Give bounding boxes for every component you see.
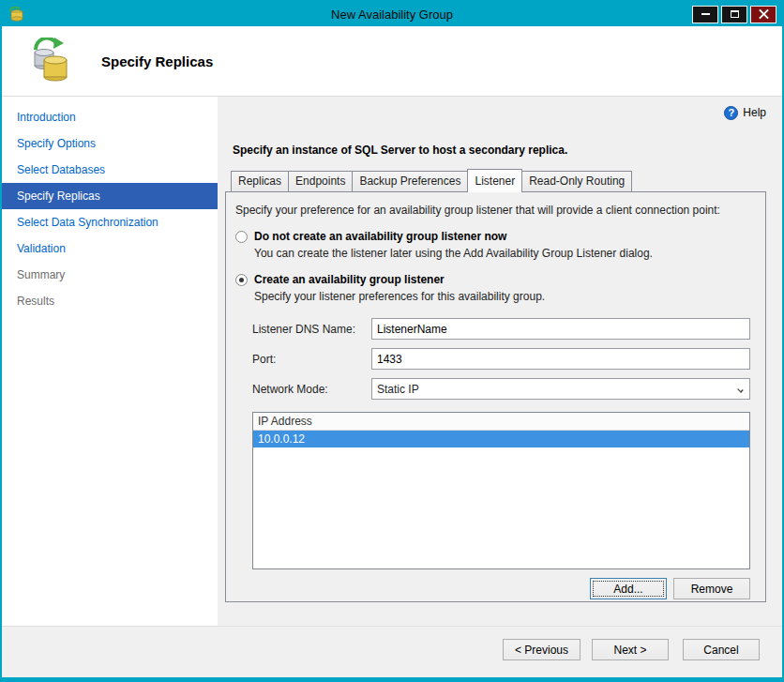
- titlebar[interactable]: New Availability Group: [2, 2, 782, 26]
- ip-address-list[interactable]: IP Address 10.0.0.12: [252, 412, 750, 569]
- ip-list-row[interactable]: 10.0.0.12: [253, 431, 749, 447]
- listener-intro-text: Specify your preference for an availabil…: [235, 204, 756, 217]
- page-title: Specify Replicas: [101, 53, 213, 69]
- chevron-down-icon: [737, 386, 744, 393]
- sidebar-item-select-databases[interactable]: Select Databases: [2, 157, 218, 183]
- ip-list-column-header[interactable]: IP Address: [253, 413, 749, 431]
- sidebar-item-label: Summary: [17, 268, 65, 281]
- sidebar-item-summary: Summary: [2, 262, 218, 288]
- sidebar-item-label: Introduction: [17, 111, 76, 124]
- tab-listener[interactable]: Listener: [467, 169, 522, 192]
- cancel-button[interactable]: Cancel: [683, 639, 760, 660]
- sidebar-item-specify-options[interactable]: Specify Options: [2, 130, 218, 157]
- sidebar-item-label: Validation: [17, 242, 66, 255]
- sidebar-item-results: Results: [2, 288, 218, 314]
- previous-button[interactable]: < Previous: [503, 639, 580, 660]
- remove-button[interactable]: Remove: [673, 578, 750, 599]
- wizard-steps-sidebar: Introduction Specify Options Select Data…: [2, 97, 218, 626]
- main-content: ? Help Specify an instance of SQL Server…: [218, 97, 782, 626]
- port-label: Port:: [252, 353, 371, 366]
- tab-backup-preferences[interactable]: Backup Preferences: [352, 171, 468, 191]
- radio-create-listener-label[interactable]: Create an availability group listener: [254, 273, 445, 286]
- wizard-footer: < Previous Next > Cancel: [2, 626, 782, 677]
- help-label: Help: [743, 106, 766, 119]
- sidebar-item-label: Specify Replicas: [17, 189, 100, 203]
- instruction-text: Specify an instance of SQL Server to hos…: [233, 144, 766, 157]
- network-mode-dropdown[interactable]: Static IP: [371, 378, 750, 400]
- maximize-icon: [731, 10, 739, 18]
- dns-name-label: Listener DNS Name:: [252, 323, 371, 336]
- sidebar-item-specify-replicas[interactable]: Specify Replicas: [2, 183, 218, 209]
- radio-no-listener-label[interactable]: Do not create an availability group list…: [254, 230, 506, 243]
- tab-read-only-routing[interactable]: Read-Only Routing: [521, 171, 632, 191]
- tab-replicas[interactable]: Replicas: [231, 171, 289, 191]
- sidebar-item-label: Results: [17, 295, 54, 308]
- network-mode-value: Static IP: [377, 383, 419, 396]
- radio-no-listener[interactable]: [235, 231, 248, 243]
- window-title: New Availability Group: [2, 8, 782, 22]
- tab-endpoints[interactable]: Endpoints: [288, 171, 353, 191]
- tab-label: Listener: [475, 174, 515, 188]
- tab-strip: Replicas Endpoints Backup Preferences Li…: [231, 169, 766, 191]
- minimize-button[interactable]: [692, 6, 718, 23]
- listener-tab-panel: Specify your preference for an availabil…: [225, 191, 766, 602]
- sidebar-item-label: Specify Options: [17, 137, 96, 150]
- tab-label: Endpoints: [295, 174, 345, 188]
- help-link[interactable]: ? Help: [724, 106, 766, 120]
- network-mode-label: Network Mode:: [252, 383, 371, 396]
- tab-label: Read-Only Routing: [529, 174, 625, 188]
- availability-group-icon: [28, 38, 75, 84]
- wizard-header: Specify Replicas: [2, 26, 782, 97]
- sidebar-item-introduction[interactable]: Introduction: [2, 104, 218, 130]
- sidebar-item-select-data-synchronization[interactable]: Select Data Synchronization: [2, 209, 218, 235]
- close-icon: [759, 9, 769, 20]
- maximize-button[interactable]: [721, 6, 747, 23]
- sidebar-item-label: Select Data Synchronization: [17, 216, 158, 229]
- port-input[interactable]: [371, 348, 750, 370]
- radio-create-listener-desc: Specify your listener preferences for th…: [254, 290, 756, 303]
- sidebar-item-validation[interactable]: Validation: [2, 235, 218, 262]
- tab-label: Backup Preferences: [359, 174, 460, 188]
- sidebar-item-label: Select Databases: [17, 163, 105, 176]
- tab-label: Replicas: [238, 174, 281, 188]
- next-button[interactable]: Next >: [592, 639, 669, 660]
- radio-create-listener[interactable]: [235, 274, 248, 286]
- close-button[interactable]: [750, 6, 776, 23]
- new-availability-group-window: New Availability Group Specify Replicas …: [0, 0, 784, 682]
- minimize-icon: [701, 13, 710, 15]
- add-button[interactable]: Add...: [590, 578, 667, 599]
- dns-name-input[interactable]: [371, 318, 750, 340]
- help-icon: ?: [724, 106, 738, 120]
- radio-no-listener-desc: You can create the listener later using …: [254, 247, 756, 260]
